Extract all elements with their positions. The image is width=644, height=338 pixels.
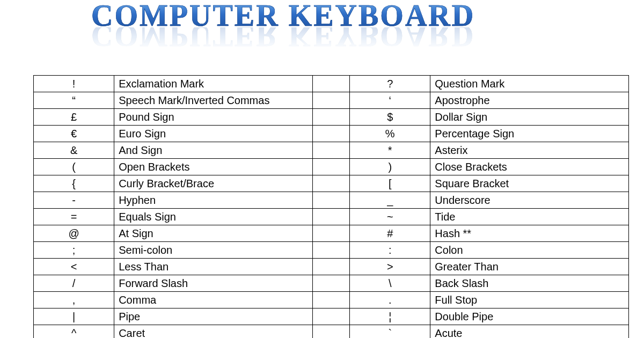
right-name: Apostrophe xyxy=(430,92,629,109)
spacer-cell xyxy=(312,259,349,275)
left-name: Speech Mark/Inverted Commas xyxy=(114,92,313,109)
left-symbol: & xyxy=(34,142,114,159)
spacer-cell xyxy=(312,159,349,175)
right-symbol: _ xyxy=(350,192,430,209)
left-symbol: ^ xyxy=(34,325,114,339)
left-symbol: , xyxy=(34,292,114,308)
left-symbol: ! xyxy=(34,76,114,92)
left-symbol: ( xyxy=(34,159,114,175)
table-row: <Less Than>Greater Than xyxy=(34,259,629,275)
left-name: Curly Bracket/Brace xyxy=(114,175,313,192)
page-title-reflection-text: COMPUTER KEYBOARD xyxy=(91,27,475,52)
spacer-cell xyxy=(312,275,349,292)
right-symbol: > xyxy=(350,259,430,275)
left-name: Open Brackets xyxy=(114,159,313,175)
left-name: Exclamation Mark xyxy=(114,76,313,92)
right-name: Back Slash xyxy=(430,275,629,292)
right-symbol: $ xyxy=(350,109,430,126)
title-reflection: COMPUTER KEYBOARD xyxy=(91,27,574,52)
table-row: /Forward Slash\Back Slash xyxy=(34,275,629,292)
right-symbol: ‘ xyxy=(350,92,430,109)
spacer-cell xyxy=(312,209,349,225)
table-row: |Pipe¦Double Pipe xyxy=(34,308,629,325)
right-name: Colon xyxy=(430,242,629,259)
spacer-cell xyxy=(312,242,349,259)
table-row: (Open Brackets)Close Brackets xyxy=(34,159,629,175)
table-row: -Hyphen_Underscore xyxy=(34,192,629,209)
right-name: Tide xyxy=(430,209,629,225)
left-name: Forward Slash xyxy=(114,275,313,292)
left-name: Hyphen xyxy=(114,192,313,209)
spacer-cell xyxy=(312,92,349,109)
left-symbol: “ xyxy=(34,92,114,109)
spacer-cell xyxy=(312,192,349,209)
right-name: Greater Than xyxy=(430,259,629,275)
table-row: £Pound Sign$Dollar Sign xyxy=(34,109,629,126)
spacer-cell xyxy=(312,76,349,92)
page-title-block: COMPUTER KEYBOARD COMPUTER KEYBOARD xyxy=(91,0,574,52)
left-name: And Sign xyxy=(114,142,313,159)
right-name: Dollar Sign xyxy=(430,109,629,126)
left-symbol: - xyxy=(34,192,114,209)
right-symbol: ` xyxy=(350,325,430,339)
left-name: At Sign xyxy=(114,225,313,242)
right-name: Hash ** xyxy=(430,225,629,242)
right-name: Question Mark xyxy=(430,76,629,92)
left-symbol: ; xyxy=(34,242,114,259)
left-symbol: € xyxy=(34,126,114,142)
table-row: !Exclamation Mark?Question Mark xyxy=(34,76,629,92)
right-name: Full Stop xyxy=(430,292,629,308)
left-name: Comma xyxy=(114,292,313,308)
spacer-cell xyxy=(312,225,349,242)
left-symbol: @ xyxy=(34,225,114,242)
table-row: =Equals Sign~Tide xyxy=(34,209,629,225)
left-name: Pipe xyxy=(114,308,313,325)
right-name: Acute xyxy=(430,325,629,339)
table-row: ^Caret`Acute xyxy=(34,325,629,339)
right-name: Double Pipe xyxy=(430,308,629,325)
left-name: Less Than xyxy=(114,259,313,275)
table-row: &And Sign*Asterix xyxy=(34,142,629,159)
right-symbol: % xyxy=(350,126,430,142)
left-name: Equals Sign xyxy=(114,209,313,225)
right-symbol: ) xyxy=(350,159,430,175)
right-name: Asterix xyxy=(430,142,629,159)
right-symbol: ¦ xyxy=(350,308,430,325)
spacer-cell xyxy=(312,325,349,339)
symbol-table: !Exclamation Mark?Question Mark“Speech M… xyxy=(33,75,629,338)
left-symbol: / xyxy=(34,275,114,292)
right-symbol: ? xyxy=(350,76,430,92)
spacer-cell xyxy=(312,142,349,159)
right-symbol: . xyxy=(350,292,430,308)
left-name: Caret xyxy=(114,325,313,339)
left-symbol: = xyxy=(34,209,114,225)
right-name: Percentage Sign xyxy=(430,126,629,142)
left-symbol: { xyxy=(34,175,114,192)
table-row: €Euro Sign%Percentage Sign xyxy=(34,126,629,142)
right-name: Underscore xyxy=(430,192,629,209)
table-row: ;Semi-colon:Colon xyxy=(34,242,629,259)
left-symbol: £ xyxy=(34,109,114,126)
left-symbol: < xyxy=(34,259,114,275)
right-symbol: : xyxy=(350,242,430,259)
table-row: “Speech Mark/Inverted Commas‘Apostrophe xyxy=(34,92,629,109)
spacer-cell xyxy=(312,126,349,142)
right-symbol: \ xyxy=(350,275,430,292)
left-name: Pound Sign xyxy=(114,109,313,126)
right-symbol: [ xyxy=(350,175,430,192)
right-name: Close Brackets xyxy=(430,159,629,175)
right-symbol: # xyxy=(350,225,430,242)
right-symbol: * xyxy=(350,142,430,159)
page-title: COMPUTER KEYBOARD xyxy=(91,0,475,32)
spacer-cell xyxy=(312,175,349,192)
table-row: ,Comma.Full Stop xyxy=(34,292,629,308)
spacer-cell xyxy=(312,109,349,126)
left-name: Euro Sign xyxy=(114,126,313,142)
left-symbol: | xyxy=(34,308,114,325)
table-row: {Curly Bracket/Brace[Square Bracket xyxy=(34,175,629,192)
right-name: Square Bracket xyxy=(430,175,629,192)
spacer-cell xyxy=(312,292,349,308)
table-row: @At Sign#Hash ** xyxy=(34,225,629,242)
left-name: Semi-colon xyxy=(114,242,313,259)
spacer-cell xyxy=(312,308,349,325)
